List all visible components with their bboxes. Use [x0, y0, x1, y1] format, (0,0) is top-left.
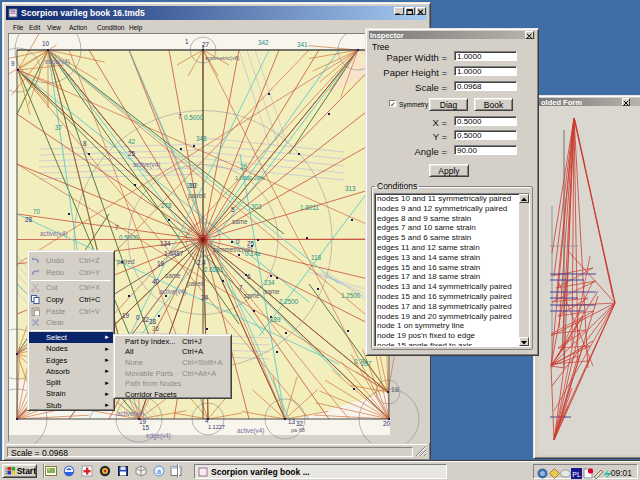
svg-text:paired: paired [187, 280, 205, 288]
svg-text:342: 342 [258, 39, 269, 46]
svg-text:same: same [264, 288, 280, 295]
svg-text:1.0000-26%: 1.0000-26% [235, 175, 265, 181]
svg-text:active(v4): active(v4) [237, 427, 264, 435]
svg-text:same: same [232, 218, 248, 225]
svg-text:26: 26 [240, 163, 248, 170]
svg-text:1: 1 [185, 38, 189, 45]
svg-text:same: same [165, 272, 181, 279]
svg-text:7: 7 [239, 284, 243, 291]
svg-text:42: 42 [128, 138, 136, 145]
svg-text:0.5000: 0.5000 [119, 234, 139, 241]
svg-text:341: 341 [297, 41, 308, 48]
svg-text:active(v4): active(v4) [117, 410, 144, 418]
svg-text:PL: PL [572, 471, 581, 478]
svg-text:234: 234 [264, 279, 275, 286]
svg-text:25: 25 [128, 150, 136, 157]
svg-text:237: 237 [361, 360, 372, 367]
svg-text:278: 278 [161, 202, 172, 209]
svg-text:8: 8 [83, 140, 87, 147]
svg-text:0: 0 [236, 238, 240, 245]
svg-text:6: 6 [247, 273, 251, 280]
svg-text:40: 40 [152, 278, 160, 285]
svg-text:27: 27 [202, 41, 210, 48]
svg-text:70: 70 [33, 208, 41, 215]
svg-text:36: 36 [152, 325, 160, 332]
svg-text:28: 28 [25, 216, 33, 223]
svg-text:24: 24 [201, 294, 209, 301]
svg-text:7: 7 [178, 113, 182, 120]
svg-text:edge(v4): edge(v4) [45, 58, 70, 66]
svg-text:0.14e: 0.14e [245, 250, 261, 257]
svg-text:1.0487: 1.0487 [164, 250, 184, 257]
svg-text:37: 37 [55, 124, 63, 131]
svg-text:active(v4): active(v4) [133, 161, 160, 169]
svg-text:active(v4): active(v4) [40, 230, 67, 238]
svg-text:2.4: 2.4 [197, 259, 206, 266]
svg-text:pa 68: pa 68 [291, 427, 305, 433]
svg-text:5: 5 [231, 206, 235, 213]
svg-text:1.1227: 1.1227 [208, 424, 225, 430]
svg-text:348: 348 [196, 135, 207, 142]
svg-text:118: 118 [311, 254, 322, 261]
svg-text:a: a [157, 468, 161, 475]
svg-text:same: same [244, 292, 260, 299]
svg-text:134: 134 [160, 240, 171, 247]
svg-text:19: 19 [157, 260, 165, 267]
svg-text:edge(v4): edge(v4) [146, 432, 171, 440]
svg-text:10: 10 [42, 40, 50, 47]
svg-text:10: 10 [189, 182, 197, 189]
svg-text:0.5000: 0.5000 [184, 114, 204, 121]
svg-text:2.6281: 2.6281 [204, 266, 224, 273]
svg-text:active(v4): active(v4) [159, 288, 186, 296]
svg-text:18: 18 [391, 386, 399, 393]
svg-text:1.8011: 1.8011 [300, 204, 319, 211]
svg-text:4: 4 [205, 417, 209, 424]
svg-text:20: 20 [383, 420, 391, 427]
svg-text:1.2500: 1.2500 [341, 292, 361, 299]
svg-text:2.2500: 2.2500 [279, 298, 299, 305]
svg-text:13: 13 [288, 418, 296, 425]
svg-text:38: 38 [149, 318, 157, 325]
svg-text:9: 9 [11, 60, 15, 67]
svg-text:189: 189 [270, 316, 281, 323]
svg-text:0: 0 [136, 314, 140, 321]
svg-text:19: 19 [122, 312, 130, 319]
svg-text:7: 7 [115, 224, 119, 231]
svg-text:paired: paired [188, 192, 206, 200]
svg-text:32: 32 [296, 420, 304, 427]
svg-text:symmetric(v6): symmetric(v6) [205, 55, 240, 61]
svg-text:303: 303 [251, 203, 262, 210]
svg-text:15: 15 [142, 424, 150, 431]
svg-text:paired: paired [117, 258, 135, 266]
svg-text:313: 313 [345, 185, 356, 192]
